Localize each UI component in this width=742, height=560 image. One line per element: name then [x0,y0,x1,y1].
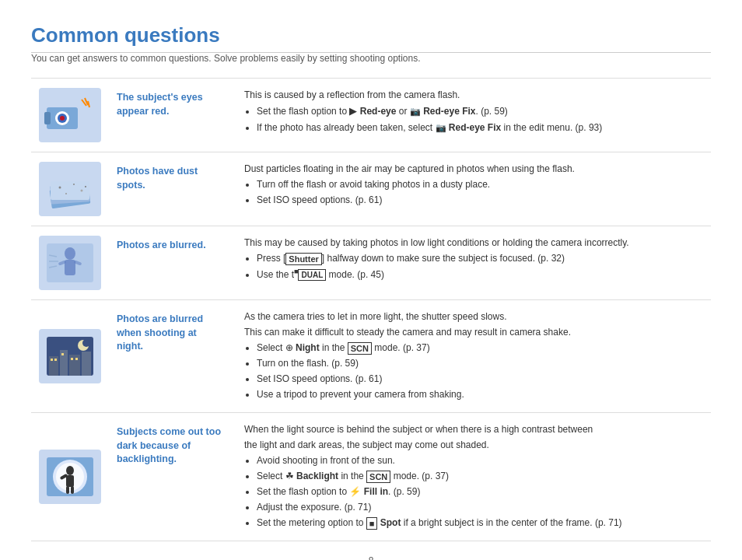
table-row: Photos are blurred when shooting at nigh… [31,300,711,413]
svg-rect-10 [51,181,89,200]
svg-point-11 [59,187,61,189]
svg-line-7 [88,101,89,107]
faq-table: The subject's eyes appear red. This is c… [31,78,711,541]
row-desc-red-eye: This is caused by a reflection from the … [233,79,711,152]
page-subtitle: You can get answers to common questions.… [31,53,711,64]
svg-point-13 [81,190,83,192]
svg-rect-18 [65,260,75,275]
svg-rect-35 [75,358,78,360]
svg-point-14 [65,193,67,194]
row-label-backlighting: Subjects come out too dark because of ba… [109,413,233,541]
svg-point-4 [60,116,65,121]
row-desc-dust-spots: Dust particles floating in the air may b… [233,152,711,226]
row-image-dust-spots [31,152,109,226]
row-image-blurred-night [31,300,109,413]
row-label-blurred-night: Photos are blurred when shooting at nigh… [109,300,233,413]
row-image-blurred [31,226,109,300]
row-image-red-eye [31,79,109,152]
row-desc-blurred-night: As the camera tries to let in more light… [233,300,711,413]
svg-point-12 [73,184,75,185]
svg-rect-1 [44,112,51,124]
svg-point-15 [85,186,86,187]
row-label-red-eye: The subject's eyes appear red. [109,79,233,152]
svg-rect-27 [49,356,58,376]
svg-rect-42 [66,486,69,494]
svg-point-17 [65,247,75,260]
svg-rect-40 [66,475,74,487]
svg-rect-32 [54,359,57,361]
row-desc-blurred: This may be caused by taking photos in l… [233,226,711,300]
svg-rect-43 [71,486,74,494]
svg-rect-31 [51,359,53,361]
svg-rect-33 [61,353,64,355]
table-row: Subjects come out too dark because of ba… [31,413,711,541]
row-desc-backlighting: When the light source is behind the subj… [233,413,711,541]
table-row: Photos are blurred. This may be caused b… [31,226,711,300]
row-label-blurred: Photos are blurred. [109,226,233,300]
table-row: Photos have dust spots. Dust particles f… [31,152,711,226]
svg-point-39 [66,466,74,475]
row-image-backlighting [31,413,109,541]
page-number: 8 [31,555,711,560]
svg-point-26 [82,339,90,347]
table-row: The subject's eyes appear red. This is c… [31,79,711,152]
svg-rect-30 [82,352,91,376]
row-label-dust-spots: Photos have dust spots. [109,152,233,226]
svg-rect-34 [71,358,73,360]
page-title: Common questions [31,23,711,47]
